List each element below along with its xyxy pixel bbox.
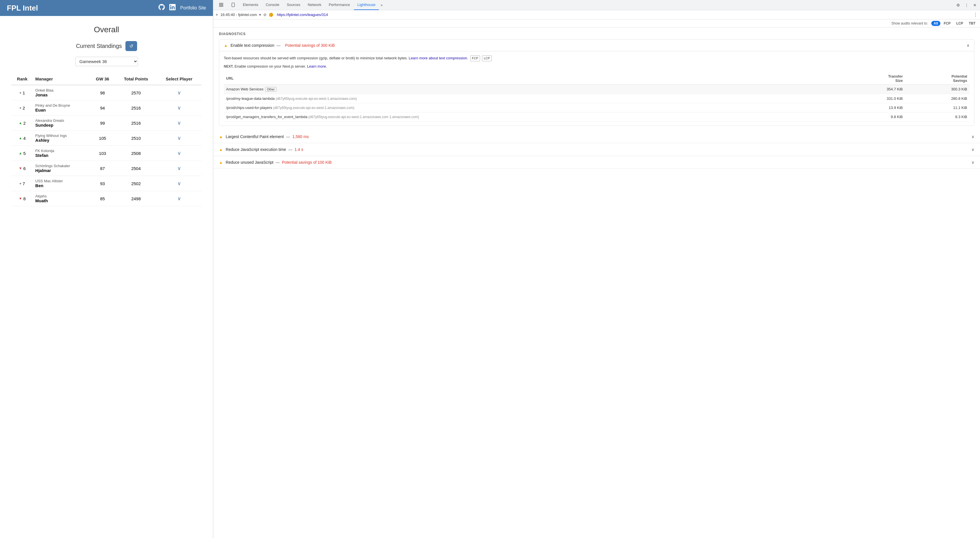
rank-change-icon: ▲ xyxy=(19,121,22,125)
fcp-tag: FCP xyxy=(470,55,480,61)
total-points-cell: 2508 xyxy=(115,146,157,161)
rank-number: 2 xyxy=(22,105,25,110)
learn-more-compression-link[interactable]: Learn more about text compression xyxy=(409,56,467,60)
audit-badge-all[interactable]: All xyxy=(931,21,940,26)
gw-points-cell: 99 xyxy=(90,115,115,131)
standings-table: Rank Manager GW 36 Total Points Select P… xyxy=(11,73,202,206)
simple-audit-header-2[interactable]: ▲ Reduce unused JavaScript — Potential s… xyxy=(213,156,980,169)
linkedin-link[interactable] xyxy=(169,4,176,12)
devtools-url-bar: + 16:45:40 - fplintel.com ▾ ⊘ ! https://… xyxy=(213,10,980,19)
timestamp-label: 16:45:40 - fplintel.com xyxy=(220,13,257,17)
manager-team: Alexandra Greats xyxy=(35,118,88,123)
simple-audit-header-0[interactable]: ▲ Largest Contentful Paint element — 1,5… xyxy=(213,130,980,143)
tab-lighthouse[interactable]: Lighthouse xyxy=(354,0,379,10)
transfer-size-cell: 13.9 KiB xyxy=(841,103,905,112)
audit-collapse-icon[interactable]: ∧ xyxy=(967,43,969,48)
tab-sources[interactable]: Sources xyxy=(283,0,304,10)
manager-player: Jonas xyxy=(35,93,88,97)
lcp-tag: LCP xyxy=(482,55,492,61)
tab-device-toggle[interactable] xyxy=(228,0,239,10)
potential-savings-cell: 300.3 KiB xyxy=(905,85,969,94)
audit-badge-tbt[interactable]: TBT xyxy=(967,21,978,26)
manager-team: Schörlings Schakaler xyxy=(35,164,88,168)
col-total: Total Points xyxy=(115,73,157,85)
manager-cell: Alexandra Greats Sundeep xyxy=(33,115,90,131)
url-dropdown-icon[interactable]: ▾ xyxy=(259,13,261,17)
tab-network[interactable]: Network xyxy=(304,0,325,10)
dash: — xyxy=(277,43,280,48)
settings-icon[interactable]: ⚙ xyxy=(955,2,961,8)
audit-badge-fcp[interactable]: FCP xyxy=(942,21,953,26)
diagnostics-section: DIAGNOSTICS ▲ Enable text compression — … xyxy=(213,27,980,130)
gw-points-cell: 105 xyxy=(90,131,115,146)
rank-number: 1 xyxy=(22,90,25,95)
manager-cell: Alqahs Muath xyxy=(33,191,90,206)
rank-change-icon: ● xyxy=(19,91,21,95)
manager-player: Hjalmar xyxy=(35,168,88,173)
url-more-icon[interactable]: ⋮ xyxy=(973,12,978,18)
gameweek-select[interactable]: Gameweek 36 xyxy=(75,57,138,66)
tab-elements[interactable]: Elements xyxy=(239,0,262,10)
url-domain: (d67y65tyug.execute-api.eu-west-1.amazon… xyxy=(275,97,357,101)
select-player-button[interactable]: ∨ xyxy=(177,135,181,141)
audit-header-text-compression[interactable]: ▲ Enable text compression — Potential sa… xyxy=(219,40,974,51)
add-tab-icon[interactable]: + xyxy=(215,12,218,18)
potential-savings-cell: 11.1 KiB xyxy=(905,103,969,112)
select-player-button[interactable]: ∨ xyxy=(177,89,181,96)
simple-chevron-2[interactable]: ∨ xyxy=(972,160,974,164)
standings-header: Current Standings ↺ xyxy=(11,41,202,51)
table-row: ▲ 4 Flying Without Ings Ashley 105 2510 … xyxy=(11,131,202,146)
row-tag: Other xyxy=(265,87,277,91)
select-player-button[interactable]: ∨ xyxy=(177,165,181,171)
audit-badge-lcp[interactable]: LCP xyxy=(954,21,966,26)
select-player-button[interactable]: ∨ xyxy=(177,150,181,156)
rank-change-icon: ▲ xyxy=(19,151,22,155)
next-learn-more-link[interactable]: Learn more xyxy=(307,64,326,69)
select-player-button[interactable]: ∨ xyxy=(177,195,181,202)
col-select: Select Player xyxy=(157,73,202,85)
url-domain: (d67y65tyug.execute-api.eu-west-1.amazon… xyxy=(272,106,354,110)
page-title: Overall xyxy=(11,25,202,34)
manager-player: Muath xyxy=(35,198,88,203)
manager-cell: Flying Without Ings Ashley xyxy=(33,131,90,146)
url-domain: (d67y65tyug.execute-api.eu-west-1.amazon… xyxy=(307,115,419,119)
more-options-icon[interactable]: ⋮ xyxy=(964,2,970,8)
portfolio-link[interactable]: Portfolio Site xyxy=(180,5,206,11)
warning-icon-0: ▲ xyxy=(219,134,223,139)
tab-inspect-mode[interactable] xyxy=(215,0,227,10)
tab-console[interactable]: Console xyxy=(262,0,283,10)
total-points-cell: 2510 xyxy=(115,131,157,146)
github-link[interactable] xyxy=(159,4,165,12)
select-player-button[interactable]: ∨ xyxy=(177,105,181,111)
url-text: /prod/get_managers_transfers_for_event_l… xyxy=(226,115,307,119)
warning-icon-2: ▲ xyxy=(219,160,223,164)
compression-audit-table: URL TransferSize PotentialSavings Amazon… xyxy=(224,72,969,121)
svg-rect-1 xyxy=(221,3,223,5)
rank-number: 8 xyxy=(23,196,25,201)
close-icon[interactable]: ✕ xyxy=(972,2,978,8)
table-row: ● 1 Onkel Blaa Jonas 98 2570 ∨ xyxy=(11,85,202,101)
table-row: ▼ 6 Schörlings Schakaler Hjalmar 87 2504… xyxy=(11,161,202,176)
refresh-button[interactable]: ↺ xyxy=(126,41,137,51)
gw-points-cell: 98 xyxy=(90,85,115,101)
simple-chevron-1[interactable]: ∨ xyxy=(972,147,974,152)
col-potential-savings: PotentialSavings xyxy=(905,72,969,85)
rank-cell: ● 2 xyxy=(11,101,33,115)
table-row: ▼ 8 Alqahs Muath 85 2498 ∨ xyxy=(11,191,202,206)
warning-icon-1: ▲ xyxy=(219,147,223,152)
audit-url-cell: /prod/chips-used-for-players (d67y65tyug… xyxy=(224,103,841,112)
simple-audit-header-1[interactable]: ▲ Reduce JavaScript execution time — 1.4… xyxy=(213,143,980,156)
tab-performance[interactable]: Performance xyxy=(325,0,353,10)
simple-savings-0: 1,580 ms xyxy=(293,134,309,139)
table-row: ▲ 2 Alexandra Greats Sundeep 99 2516 ∨ xyxy=(11,115,202,131)
more-tabs-button[interactable]: » xyxy=(379,3,384,7)
current-url[interactable]: https://fplintel.com/leagues/314 xyxy=(277,13,971,17)
simple-dash-0: — xyxy=(286,134,290,139)
stop-load-icon[interactable]: ⊘ xyxy=(263,13,267,17)
select-player-button[interactable]: ∨ xyxy=(177,120,181,126)
rank-change-icon: ▲ xyxy=(19,136,22,140)
select-player-button[interactable]: ∨ xyxy=(177,180,181,187)
simple-chevron-0[interactable]: ∨ xyxy=(972,134,974,139)
select-player-cell: ∨ xyxy=(157,146,202,161)
manager-player: Ben xyxy=(35,183,88,188)
